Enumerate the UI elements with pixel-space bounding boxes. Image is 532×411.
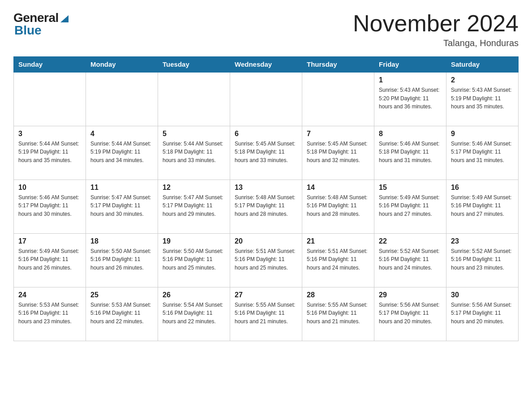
day-cell bbox=[14, 72, 86, 126]
day-info: Sunrise: 5:44 AM Sunset: 5:19 PM Dayligh… bbox=[90, 140, 153, 165]
week-row-4: 17Sunrise: 5:49 AM Sunset: 5:16 PM Dayli… bbox=[14, 233, 519, 287]
day-info: Sunrise: 5:46 AM Sunset: 5:17 PM Dayligh… bbox=[18, 193, 81, 218]
day-number: 30 bbox=[451, 291, 514, 299]
day-number: 3 bbox=[18, 130, 81, 138]
col-thursday: Thursday bbox=[302, 57, 374, 73]
day-cell: 3Sunrise: 5:44 AM Sunset: 5:19 PM Daylig… bbox=[14, 126, 86, 180]
day-info: Sunrise: 5:52 AM Sunset: 5:16 PM Dayligh… bbox=[379, 247, 442, 272]
day-cell: 7Sunrise: 5:45 AM Sunset: 5:18 PM Daylig… bbox=[302, 126, 374, 180]
day-cell: 27Sunrise: 5:55 AM Sunset: 5:16 PM Dayli… bbox=[230, 287, 302, 341]
day-cell: 8Sunrise: 5:46 AM Sunset: 5:18 PM Daylig… bbox=[374, 126, 446, 180]
day-info: Sunrise: 5:43 AM Sunset: 5:19 PM Dayligh… bbox=[451, 86, 514, 111]
day-info: Sunrise: 5:45 AM Sunset: 5:18 PM Dayligh… bbox=[307, 140, 369, 165]
header-row: Sunday Monday Tuesday Wednesday Thursday… bbox=[14, 57, 519, 73]
col-tuesday: Tuesday bbox=[158, 57, 230, 73]
svg-marker-0 bbox=[60, 15, 69, 22]
day-info: Sunrise: 5:55 AM Sunset: 5:16 PM Dayligh… bbox=[235, 301, 297, 326]
day-number: 8 bbox=[379, 130, 442, 138]
day-cell: 14Sunrise: 5:48 AM Sunset: 5:16 PM Dayli… bbox=[302, 180, 374, 233]
day-cell: 5Sunrise: 5:44 AM Sunset: 5:18 PM Daylig… bbox=[158, 126, 230, 180]
calendar-table: Sunday Monday Tuesday Wednesday Thursday… bbox=[13, 56, 519, 341]
calendar-title: November 2024 bbox=[353, 11, 519, 36]
week-row-1: 1Sunrise: 5:43 AM Sunset: 5:20 PM Daylig… bbox=[14, 72, 519, 126]
day-cell: 30Sunrise: 5:56 AM Sunset: 5:17 PM Dayli… bbox=[446, 287, 519, 341]
day-cell: 4Sunrise: 5:44 AM Sunset: 5:19 PM Daylig… bbox=[86, 126, 158, 180]
logo-area: General Blue bbox=[13, 11, 69, 38]
day-number: 26 bbox=[163, 291, 225, 299]
day-info: Sunrise: 5:49 AM Sunset: 5:16 PM Dayligh… bbox=[451, 193, 514, 218]
day-number: 24 bbox=[18, 291, 81, 299]
day-info: Sunrise: 5:56 AM Sunset: 5:17 PM Dayligh… bbox=[451, 301, 514, 326]
day-info: Sunrise: 5:44 AM Sunset: 5:19 PM Dayligh… bbox=[18, 140, 81, 165]
day-cell: 20Sunrise: 5:51 AM Sunset: 5:16 PM Dayli… bbox=[230, 233, 302, 287]
col-sunday: Sunday bbox=[14, 57, 86, 73]
day-info: Sunrise: 5:44 AM Sunset: 5:18 PM Dayligh… bbox=[163, 140, 225, 165]
day-cell: 17Sunrise: 5:49 AM Sunset: 5:16 PM Dayli… bbox=[14, 233, 86, 287]
day-cell: 2Sunrise: 5:43 AM Sunset: 5:19 PM Daylig… bbox=[446, 72, 519, 126]
day-info: Sunrise: 5:50 AM Sunset: 5:16 PM Dayligh… bbox=[90, 247, 153, 272]
day-cell: 24Sunrise: 5:53 AM Sunset: 5:16 PM Dayli… bbox=[14, 287, 86, 341]
day-number: 4 bbox=[90, 130, 153, 138]
day-cell: 28Sunrise: 5:55 AM Sunset: 5:16 PM Dayli… bbox=[302, 287, 374, 341]
day-info: Sunrise: 5:55 AM Sunset: 5:16 PM Dayligh… bbox=[307, 301, 369, 326]
week-row-3: 10Sunrise: 5:46 AM Sunset: 5:17 PM Dayli… bbox=[14, 180, 519, 233]
day-cell bbox=[302, 72, 374, 126]
day-cell bbox=[86, 72, 158, 126]
location-subtitle: Talanga, Honduras bbox=[353, 38, 519, 48]
col-wednesday: Wednesday bbox=[230, 57, 302, 73]
title-area: November 2024 Talanga, Honduras bbox=[353, 11, 519, 48]
day-info: Sunrise: 5:45 AM Sunset: 5:18 PM Dayligh… bbox=[235, 140, 297, 165]
day-cell: 29Sunrise: 5:56 AM Sunset: 5:17 PM Dayli… bbox=[374, 287, 446, 341]
day-info: Sunrise: 5:53 AM Sunset: 5:16 PM Dayligh… bbox=[90, 301, 153, 326]
week-row-5: 24Sunrise: 5:53 AM Sunset: 5:16 PM Dayli… bbox=[14, 287, 519, 341]
day-cell: 26Sunrise: 5:54 AM Sunset: 5:16 PM Dayli… bbox=[158, 287, 230, 341]
day-info: Sunrise: 5:49 AM Sunset: 5:16 PM Dayligh… bbox=[379, 193, 442, 218]
day-info: Sunrise: 5:48 AM Sunset: 5:16 PM Dayligh… bbox=[307, 193, 369, 218]
day-cell bbox=[158, 72, 230, 126]
col-monday: Monday bbox=[86, 57, 158, 73]
day-info: Sunrise: 5:47 AM Sunset: 5:17 PM Dayligh… bbox=[163, 193, 225, 218]
day-number: 2 bbox=[451, 76, 514, 84]
day-number: 17 bbox=[18, 237, 81, 245]
day-cell: 22Sunrise: 5:52 AM Sunset: 5:16 PM Dayli… bbox=[374, 233, 446, 287]
day-info: Sunrise: 5:53 AM Sunset: 5:16 PM Dayligh… bbox=[18, 301, 81, 326]
day-number: 7 bbox=[307, 130, 369, 138]
day-cell: 9Sunrise: 5:46 AM Sunset: 5:17 PM Daylig… bbox=[446, 126, 519, 180]
day-number: 21 bbox=[307, 237, 369, 245]
day-cell: 10Sunrise: 5:46 AM Sunset: 5:17 PM Dayli… bbox=[14, 180, 86, 233]
day-number: 18 bbox=[90, 237, 153, 245]
day-number: 13 bbox=[235, 184, 297, 192]
day-info: Sunrise: 5:43 AM Sunset: 5:20 PM Dayligh… bbox=[379, 86, 442, 111]
day-cell: 12Sunrise: 5:47 AM Sunset: 5:17 PM Dayli… bbox=[158, 180, 230, 233]
day-number: 6 bbox=[235, 130, 297, 138]
day-number: 23 bbox=[451, 237, 514, 245]
day-info: Sunrise: 5:46 AM Sunset: 5:17 PM Dayligh… bbox=[451, 140, 514, 165]
day-number: 27 bbox=[235, 291, 297, 299]
day-cell: 6Sunrise: 5:45 AM Sunset: 5:18 PM Daylig… bbox=[230, 126, 302, 180]
day-cell: 18Sunrise: 5:50 AM Sunset: 5:16 PM Dayli… bbox=[86, 233, 158, 287]
day-info: Sunrise: 5:48 AM Sunset: 5:17 PM Dayligh… bbox=[235, 193, 297, 218]
day-info: Sunrise: 5:52 AM Sunset: 5:16 PM Dayligh… bbox=[451, 247, 514, 272]
day-info: Sunrise: 5:54 AM Sunset: 5:16 PM Dayligh… bbox=[163, 301, 225, 326]
day-cell: 1Sunrise: 5:43 AM Sunset: 5:20 PM Daylig… bbox=[374, 72, 446, 126]
header: General Blue November 2024 Talanga, Hond… bbox=[13, 11, 519, 48]
day-number: 12 bbox=[163, 184, 225, 192]
day-number: 19 bbox=[163, 237, 225, 245]
day-cell: 25Sunrise: 5:53 AM Sunset: 5:16 PM Dayli… bbox=[86, 287, 158, 341]
day-cell: 11Sunrise: 5:47 AM Sunset: 5:17 PM Dayli… bbox=[86, 180, 158, 233]
day-info: Sunrise: 5:47 AM Sunset: 5:17 PM Dayligh… bbox=[90, 193, 153, 218]
day-cell bbox=[230, 72, 302, 126]
day-info: Sunrise: 5:51 AM Sunset: 5:16 PM Dayligh… bbox=[235, 247, 297, 272]
col-friday: Friday bbox=[374, 57, 446, 73]
day-info: Sunrise: 5:50 AM Sunset: 5:16 PM Dayligh… bbox=[163, 247, 225, 272]
logo-blue-row: Blue bbox=[14, 23, 42, 38]
day-number: 28 bbox=[307, 291, 369, 299]
day-number: 20 bbox=[235, 237, 297, 245]
col-saturday: Saturday bbox=[446, 57, 519, 73]
logo-blue-text: Blue bbox=[14, 23, 42, 37]
day-number: 11 bbox=[90, 184, 153, 192]
day-info: Sunrise: 5:46 AM Sunset: 5:18 PM Dayligh… bbox=[379, 140, 442, 165]
day-number: 9 bbox=[451, 130, 514, 138]
day-info: Sunrise: 5:56 AM Sunset: 5:17 PM Dayligh… bbox=[379, 301, 442, 326]
day-number: 14 bbox=[307, 184, 369, 192]
